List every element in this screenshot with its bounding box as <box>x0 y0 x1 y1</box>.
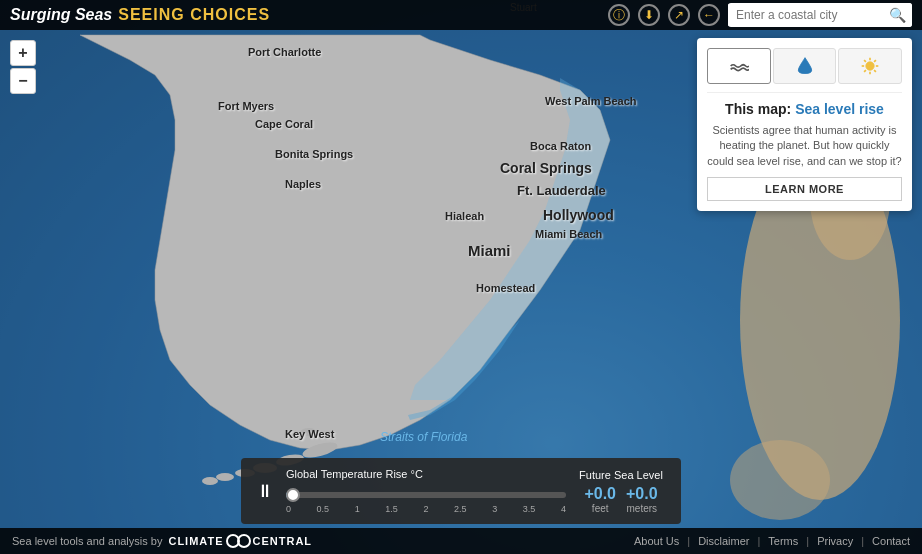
zoom-controls: + − <box>10 40 36 96</box>
header-right: ⓘ ⬇ ↗ ← 🔍 <box>608 3 912 27</box>
logo-circle-right <box>237 534 251 548</box>
panel-title-highlight: Sea level rise <box>795 101 884 117</box>
footer-disclaimer[interactable]: Disclaimer <box>698 535 749 547</box>
bottom-controls: ⏸ Global Temperature Rise °C 0 0.5 1 1.5… <box>241 458 681 524</box>
footer: Sea level tools and analysis by CLIMATE … <box>0 528 922 554</box>
info-panel: This map: Sea level rise Scientists agre… <box>697 38 912 211</box>
svg-point-11 <box>866 62 874 70</box>
panel-title: This map: Sea level rise <box>707 101 902 117</box>
sun-tab[interactable] <box>838 48 902 84</box>
back-button[interactable]: ← <box>698 4 720 26</box>
pause-button[interactable]: ⏸ <box>256 481 276 502</box>
header: Surging Seas SEEING CHOICES ⓘ ⬇ ↗ ← 🔍 <box>0 0 922 30</box>
svg-point-6 <box>202 477 218 485</box>
app-title-seeing: SEEING CHOICES <box>118 6 270 24</box>
app-title-surging: Surging Seas <box>10 6 112 24</box>
sea-level-feet-value: +0.0 <box>584 485 616 503</box>
zoom-out-button[interactable]: − <box>10 68 36 94</box>
sea-level-section: Future Sea Level +0.0 feet +0.0 meters <box>576 469 666 514</box>
temperature-slider[interactable] <box>286 492 566 498</box>
info-button[interactable]: ⓘ <box>608 4 630 26</box>
svg-point-10 <box>730 440 830 520</box>
footer-brand2: CENTRAL <box>253 535 313 547</box>
temperature-section: Global Temperature Rise °C 0 0.5 1 1.5 2… <box>286 468 566 514</box>
svg-point-5 <box>216 473 234 481</box>
svg-line-18 <box>864 70 866 72</box>
search-input[interactable] <box>728 4 883 26</box>
footer-links: About Us | Disclaimer | Terms | Privacy … <box>634 535 910 547</box>
straits-of-florida-label: Straits of Florida <box>380 430 467 444</box>
climate-central-logo: CLIMATE CENTRAL <box>168 534 312 548</box>
panel-icons <box>707 48 902 93</box>
search-button[interactable]: 🔍 <box>883 3 912 27</box>
water-drop-tab[interactable] <box>773 48 837 84</box>
download-button[interactable]: ⬇ <box>638 4 660 26</box>
zoom-in-button[interactable]: + <box>10 40 36 66</box>
slider-labels: 0 0.5 1 1.5 2 2.5 3 3.5 4 <box>286 504 566 514</box>
sea-level-meters-unit: meters <box>626 503 658 514</box>
temperature-label: Global Temperature Rise °C <box>286 468 566 480</box>
footer-brand: CLIMATE <box>168 535 223 547</box>
learn-more-button[interactable]: LEARN MORE <box>707 177 902 201</box>
svg-line-16 <box>864 60 866 62</box>
search-container: 🔍 <box>728 3 912 27</box>
panel-description: Scientists agree that human activity is … <box>707 123 902 169</box>
footer-prefix: Sea level tools and analysis by <box>12 535 162 547</box>
footer-privacy[interactable]: Privacy <box>817 535 853 547</box>
slider-container: 0 0.5 1 1.5 2 2.5 3 3.5 4 <box>286 484 566 514</box>
footer-contact[interactable]: Contact <box>872 535 910 547</box>
svg-line-17 <box>874 70 876 72</box>
sea-level-meters: +0.0 meters <box>626 485 658 514</box>
svg-line-19 <box>874 60 876 62</box>
sea-level-meters-value: +0.0 <box>626 485 658 503</box>
footer-left: Sea level tools and analysis by CLIMATE … <box>12 534 312 548</box>
sea-level-label: Future Sea Level <box>576 469 666 481</box>
title-container: Surging Seas SEEING CHOICES <box>10 6 270 24</box>
sea-level-feet: +0.0 feet <box>584 485 616 514</box>
sea-level-feet-unit: feet <box>584 503 616 514</box>
waves-tab[interactable] <box>707 48 771 84</box>
sea-level-values: +0.0 feet +0.0 meters <box>576 485 666 514</box>
footer-about[interactable]: About Us <box>634 535 679 547</box>
share-button[interactable]: ↗ <box>668 4 690 26</box>
footer-terms[interactable]: Terms <box>768 535 798 547</box>
